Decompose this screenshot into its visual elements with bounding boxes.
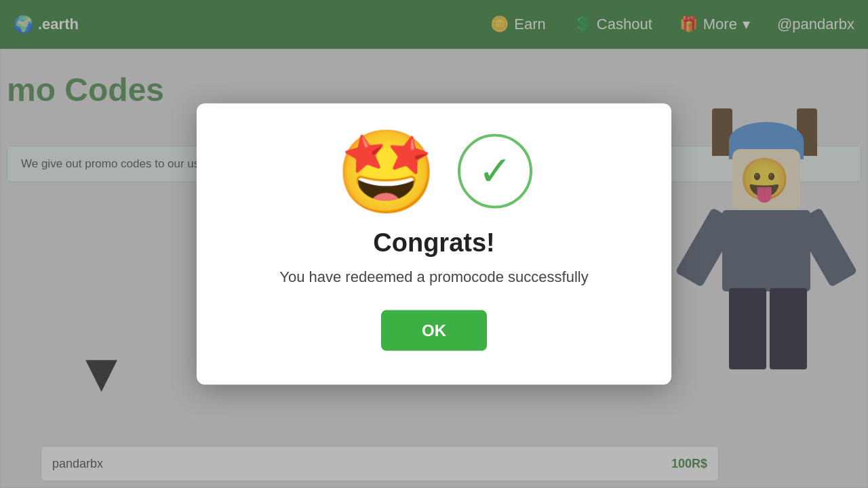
success-modal: 🤩 ✓ Congrats! You have redeemed a promoc…: [197, 104, 671, 385]
ok-button[interactable]: OK: [381, 310, 487, 351]
modal-top-section: 🤩 ✓: [336, 131, 532, 212]
modal-message: You have redeemed a promocode successful…: [279, 268, 588, 286]
star-eyes-emoji: 🤩: [336, 131, 437, 212]
checkmark-icon: ✓: [478, 151, 512, 192]
check-circle: ✓: [458, 134, 532, 209]
modal-title: Congrats!: [373, 228, 494, 258]
